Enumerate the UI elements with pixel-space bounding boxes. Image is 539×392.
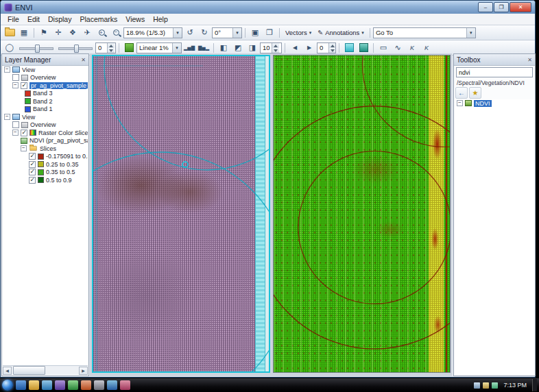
taskbar-app-icon[interactable] [81,380,91,390]
rotation-angle-combo[interactable]: 0° [212,27,242,38]
zoom-in-button[interactable] [95,26,108,39]
expander-icon[interactable] [12,130,19,136]
slice-checkbox[interactable] [29,169,36,175]
brightness-slider[interactable] [19,44,53,52]
tree-row-slice1[interactable]: -0.175091 to 0.25 [3,153,88,161]
previous-band-button[interactable]: ◀ [288,41,302,54]
show-desktop-button[interactable] [532,379,537,391]
flicker-button[interactable]: ◩ [231,41,245,54]
vectors-menu-button[interactable]: Vectors [283,27,314,38]
layer-checkbox[interactable] [21,82,27,89]
toolbox-search-input[interactable] [457,69,539,77]
chevron-down-icon[interactable] [466,28,475,38]
rotate-cw-button[interactable]: ↻ [197,26,211,39]
expander-icon[interactable] [21,145,27,151]
spin-down-icon[interactable] [272,48,279,53]
toolbox-search[interactable] [456,67,533,77]
menu-file[interactable]: File [3,14,23,24]
slice-checkbox[interactable] [29,153,36,160]
favorites-star-icon[interactable]: ★ [469,87,481,99]
tray-status-icon[interactable] [492,382,498,389]
taskbar-app-icon[interactable] [42,380,52,390]
expander-icon[interactable] [457,100,463,106]
classification-button[interactable] [357,41,370,54]
title-bar[interactable]: ENVI – ❐ ✕ [1,1,535,14]
measure-button[interactable]: ▭ [376,41,390,54]
expander-icon[interactable] [4,66,10,73]
band-spinner[interactable]: 0 [317,42,336,53]
right-view-canvas[interactable] [273,55,451,373]
color-slice-checkbox[interactable] [21,130,27,136]
overview-toggle-button[interactable]: ▣ [248,26,262,39]
back-button[interactable]: ← [455,87,468,99]
menu-display[interactable]: Display [44,14,75,24]
color-slice-button[interactable] [342,41,356,54]
menu-placemarks[interactable]: Placemarks [75,14,121,24]
tree-row-overview2[interactable]: Overview [3,121,88,130]
taskbar-app-icon[interactable] [120,380,130,390]
tray-network-icon[interactable] [474,382,480,389]
open-file-button[interactable] [3,26,16,39]
spin-down-icon[interactable] [108,48,115,53]
spin-up-icon[interactable] [329,43,335,48]
tree-row-slice3[interactable]: 0.35 to 0.5 [3,169,88,177]
tree-row-color-slice[interactable]: Raster Color Slice [3,129,88,137]
rotate-ccw-button[interactable]: ↺ [183,26,197,39]
scrollbar-thumb[interactable] [13,366,45,375]
taskbar-folder-icon[interactable] [29,380,39,390]
tray-volume-icon[interactable] [483,382,489,389]
overview-checkbox[interactable] [12,74,19,81]
swipe-button[interactable]: ◨ [245,41,259,54]
zoom-level-combo[interactable]: 18.9% (1/5.3) [123,27,182,38]
start-button[interactable] [2,380,13,391]
menu-edit[interactable]: Edit [23,14,44,24]
goto-combo[interactable]: Go To [373,27,476,38]
tree-row-slice2[interactable]: 0.25 to 0.35 [3,160,88,169]
next-band-button[interactable]: ▶ [302,41,316,54]
contrast-slider[interactable] [58,44,93,52]
chevron-down-icon[interactable] [232,28,241,38]
tree-row-slices[interactable]: Slices [3,145,88,153]
expander-icon[interactable] [4,114,10,120]
portal-button[interactable]: ❐ [263,26,276,39]
annotations-menu-button[interactable]: ✎ Annotations [315,27,367,38]
data-manager-button[interactable]: ▦ [17,26,31,39]
minimize-button[interactable]: – [478,2,493,12]
horizontal-profile-button[interactable]: K [405,41,419,54]
scroll-left-icon[interactable]: ◀ [3,367,12,375]
spin-down-icon[interactable] [329,48,335,53]
blend-button[interactable]: ◧ [217,41,230,54]
spin-up-icon[interactable] [108,43,115,48]
spin-up-icon[interactable] [272,43,279,48]
tree-row-band1[interactable]: Band 1 [3,106,88,114]
chevron-down-icon[interactable] [172,43,181,53]
speed-spinner[interactable]: 10 [260,42,282,53]
close-button[interactable]: ✕ [510,2,531,12]
panel-close-icon[interactable]: ✕ [527,57,532,63]
sharpen-spinner[interactable]: 0 [95,42,116,53]
slice-checkbox[interactable] [29,161,36,168]
taskbar-envi-icon[interactable] [55,380,65,390]
tree-row-view2[interactable]: View [3,113,88,121]
layer-manager-hscrollbar[interactable]: ◀ ▶ [3,365,88,375]
histogram-button[interactable]: ▂▅▇ [182,41,196,54]
menu-views[interactable]: Views [121,14,149,24]
expander-icon[interactable] [12,82,19,88]
toolbox-header[interactable]: Toolbox ✕ [454,54,535,66]
scroll-right-icon[interactable]: ▶ [79,367,88,375]
histogram-custom-button[interactable]: ▇▅▂ [197,41,211,54]
layer-manager-header[interactable]: Layer Manager ✕ [2,54,88,66]
vertical-profile-button[interactable]: K [420,41,433,54]
tree-row-ndvi-source[interactable]: NDVI (pr_ag_pivot_sample_rgnir) [3,137,88,145]
panel-close-icon[interactable]: ✕ [81,57,86,63]
placemark-button[interactable]: ⚑ [37,26,51,39]
zoom-out-button[interactable] [109,26,123,39]
taskbar-app-icon[interactable] [16,380,26,390]
left-view-canvas[interactable] [92,55,270,373]
cursor-value-button[interactable]: ◯ [3,41,16,54]
slice-checkbox[interactable] [29,177,36,184]
taskbar-app-icon[interactable] [107,380,117,390]
maximize-button[interactable]: ❐ [494,2,509,12]
stretch-combo[interactable]: Linear 1% [136,42,182,53]
chevron-down-icon[interactable] [173,28,182,38]
